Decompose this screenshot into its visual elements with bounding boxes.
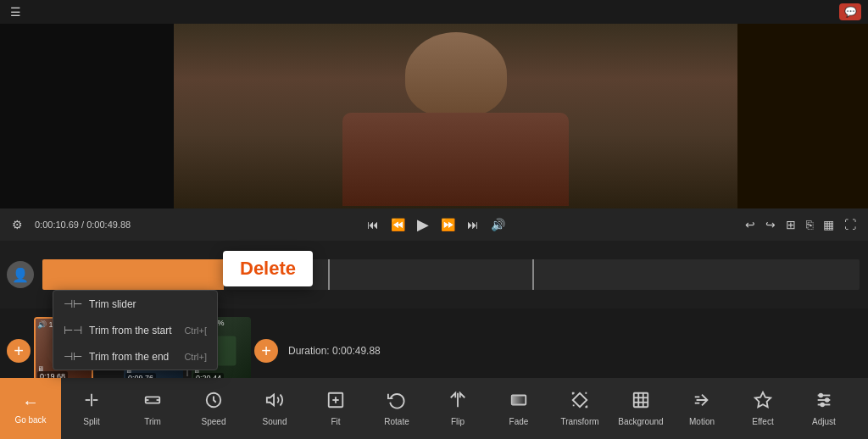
timeline-track[interactable] [42,259,860,290]
fade-icon [509,391,528,414]
effect-label: Effect [752,417,773,426]
trim-start-icon: ⊢⊣ [64,324,82,336]
controls-bar: ⚙ 0:00:10.69 / 0:00:49.88 ⏮ ⏪ ▶ ⏩ ⏭ 🔊 ↩ … [0,208,868,241]
background-button[interactable]: Background [610,378,671,439]
split-icon [82,391,101,414]
adjust-label: Adjust [812,417,836,426]
undo-button[interactable]: ↩ [742,216,759,233]
settings-button[interactable]: ⚙ [8,216,26,233]
context-trim-start-label: Trim from the start [89,325,172,336]
flip-icon [448,391,467,414]
top-bar: ☰ 💬 [0,0,868,24]
svg-point-27 [821,403,824,407]
timeline-avatar: 👤 [7,261,34,288]
trim-button[interactable]: Trim [122,378,183,439]
rotate-button[interactable]: Rotate [366,378,427,439]
speed-icon [204,391,223,414]
context-trim-slider-label: Trim slider [89,298,136,310]
go-back-icon: ← [22,392,39,412]
hamburger-menu[interactable]: ☰ [7,3,25,20]
volume-button[interactable]: 🔊 [487,216,509,233]
transform-icon [570,391,589,414]
fullscreen-button[interactable]: ⛶ [841,216,860,233]
delete-popup: Delete [223,251,313,286]
effect-button[interactable]: Effect [732,378,793,439]
context-trim-end[interactable]: ⊣⊢ Trim from the end Ctrl+] [53,343,217,370]
svg-point-25 [820,394,823,397]
motion-button[interactable]: Motion [671,378,732,439]
grid-view-button[interactable]: ⊞ [782,216,799,233]
background-label: Background [618,417,663,426]
transform-label: Transform [560,417,598,426]
context-trim-end-label: Trim from the end [89,351,169,363]
video-preview [0,24,868,208]
go-back-button[interactable]: ← Go back [0,378,61,439]
transform-button[interactable]: Transform [549,378,610,439]
svg-marker-7 [267,395,274,406]
fit-button[interactable]: Fit [305,378,366,439]
layout-button[interactable]: ▦ [820,216,837,233]
rotate-label: Rotate [384,417,409,426]
svg-rect-14 [634,393,648,408]
time-display: 0:00:10.69 / 0:00:49.88 [35,220,131,230]
feedback-button[interactable]: 💬 [839,3,861,20]
bottom-toolbar: ← Go back Split Trim Speed [0,378,868,439]
delete-popup-text: Delete [240,258,296,279]
fade-button[interactable]: Fade [488,378,549,439]
svg-point-26 [826,398,829,402]
fit-icon [326,391,345,414]
adjust-button[interactable]: Adjust [793,378,854,439]
fade-label: Fade [509,417,529,426]
copy-button[interactable]: ⎘ [803,216,816,233]
video-frame [0,24,868,208]
flip-button[interactable]: Flip [427,378,488,439]
crop-button[interactable]: Crop [854,378,868,439]
svg-marker-21 [755,392,771,407]
background-icon [632,391,650,414]
fit-label: Fit [331,417,340,426]
feedback-icon: 💬 [844,6,857,18]
motion-label: Motion [689,417,715,426]
clip-marker-1 [328,259,330,290]
playhead-indicator [187,269,199,281]
split-button[interactable]: Split [61,378,122,439]
trim-end-icon: ⊣⊢ [64,350,82,363]
trim-label: Trim [144,417,161,426]
motion-icon [693,391,711,414]
frame-back-button[interactable]: ⏪ [387,216,409,233]
speed-label: Speed [202,417,226,426]
context-trim-start[interactable]: ⊢⊣ Trim from the start Ctrl+[ [53,317,217,343]
svg-rect-13 [512,396,526,405]
skip-to-start-button[interactable]: ⏮ [364,216,382,233]
skip-to-end-button[interactable]: ⏭ [464,216,482,233]
rotate-icon [387,391,406,414]
context-trim-end-shortcut: Ctrl+] [184,352,207,362]
trim-icon [143,391,162,414]
play-button[interactable]: ▶ [414,214,432,236]
duration-info: Duration: 0:00:49.88 [288,345,381,357]
add-clip-before-button[interactable]: + [7,339,31,363]
context-trim-slider[interactable]: ⊣⊢ Trim slider [53,291,217,317]
context-trim-start-shortcut: Ctrl+[ [184,325,207,336]
clip-1-type-icon: 🖥 [37,365,44,373]
speed-button[interactable]: Speed [183,378,244,439]
go-back-label: Go back [14,415,46,425]
flip-label: Flip [451,417,465,426]
sound-label: Sound [263,417,287,426]
split-label: Split [83,417,99,426]
context-menu: ⊣⊢ Trim slider ⊢⊣ Trim from the start Ct… [53,290,218,370]
trim-slider-icon: ⊣⊢ [64,297,82,310]
sound-icon [265,391,284,414]
frame-forward-button[interactable]: ⏩ [437,216,459,233]
effect-icon [754,391,772,414]
clip-marker-2 [532,259,534,290]
redo-button[interactable]: ↪ [762,216,779,233]
add-clip-end-button[interactable]: + [254,339,278,363]
sound-button[interactable]: Sound [244,378,305,439]
adjust-icon [815,391,833,414]
